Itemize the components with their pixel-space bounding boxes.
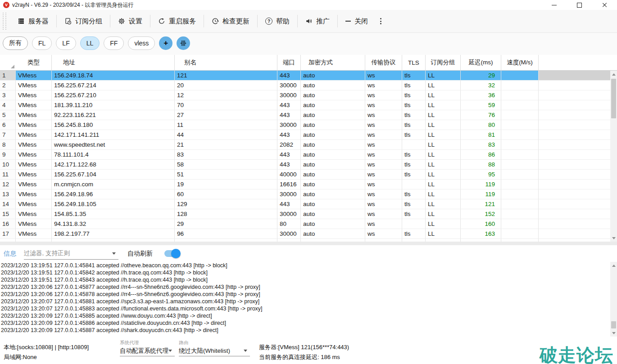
cell-type: VMess: [16, 130, 52, 140]
log-scrollbar-thumb[interactable]: [611, 321, 616, 328]
filter-tab-FL[interactable]: FL: [32, 36, 52, 50]
table-row[interactable]: 2VMess156.225.67.2142030000autowstlsLL32: [0, 81, 610, 90]
column-header-security[interactable]: 加密方式: [301, 55, 365, 70]
column-header-delay[interactable]: 延迟(ms): [461, 55, 501, 70]
maximize-button[interactable]: [567, 0, 592, 10]
cell-tls: tls: [402, 90, 426, 100]
cell-filler: [539, 229, 610, 239]
cell-transport: ws: [365, 209, 402, 219]
system-proxy-dropdown[interactable]: 系统代理 自动配置系统代理: [120, 340, 175, 356]
table-row[interactable]: 13VMess156.249.18.966030000autowstlsLL11…: [0, 189, 610, 199]
table-row[interactable]: 1VMess156.249.18.74121443autowstlsLL29: [0, 71, 610, 81]
column-header-transport[interactable]: 传输协议: [365, 55, 402, 70]
close-button[interactable]: [592, 0, 617, 10]
cell-delay: 32: [461, 81, 501, 90]
table-scrollbar-thumb[interactable]: [611, 79, 616, 118]
restart-service-button[interactable]: 重启服务: [150, 13, 204, 29]
scroll-up-button[interactable]: [610, 71, 617, 78]
cell-tls: [402, 180, 426, 189]
cell-address: 154.85.1.35: [52, 209, 175, 219]
cell-speed: [501, 170, 539, 180]
table-row[interactable]: 14VMess156.249.18.105129443autowstlsLL12…: [0, 199, 610, 209]
close-icon: [602, 2, 607, 8]
scroll-up-button[interactable]: [610, 262, 617, 269]
scroll-down-button[interactable]: [610, 329, 617, 337]
cell-address: 78.111.101.4: [52, 150, 175, 160]
log-scrollbar[interactable]: [610, 262, 617, 337]
log-filter-input[interactable]: 过滤器, 支持正则: [24, 248, 118, 260]
filter-tab-vless[interactable]: vless: [128, 36, 155, 50]
cell-security: auto: [301, 90, 365, 100]
auto-refresh-toggle[interactable]: [164, 250, 180, 257]
cell-transport: ws: [365, 150, 402, 160]
column-header-type[interactable]: 类型: [16, 55, 52, 70]
cell-type: VMess: [16, 90, 52, 100]
column-header-speed[interactable]: 速度(M/s): [501, 55, 539, 70]
column-header-address[interactable]: 地址: [52, 55, 175, 70]
filter-tab-FF[interactable]: FF: [104, 36, 124, 50]
table-row[interactable]: 7VMess142.171.141.21144443autowstlsLL81: [0, 130, 610, 140]
cell-security: auto: [301, 140, 365, 150]
cell-index: 8: [0, 140, 16, 150]
column-header-port[interactable]: 端口: [277, 55, 301, 70]
minimize-button[interactable]: [541, 0, 567, 10]
lan-text: 局域网:None: [4, 352, 89, 362]
table-row[interactable]: 3VMess156.225.67.2101230000autowstlsLL36: [0, 90, 610, 100]
table-row[interactable]: 8VMesswww.speedtest.net212082autowsLL83: [0, 140, 610, 150]
filter-tab-LF[interactable]: LF: [56, 36, 76, 50]
cell-transport: ws: [365, 229, 402, 239]
cell-speed: [501, 90, 539, 100]
add-group-button[interactable]: +: [159, 36, 172, 50]
table-row[interactable]: 4VMess181.39.11.21070443autowstlsLL59: [0, 100, 610, 110]
header-corner[interactable]: [0, 55, 16, 70]
sliders-filter-button[interactable]: [177, 36, 190, 50]
more-menu-button[interactable]: [376, 18, 386, 24]
table-row[interactable]: 9VMess78.111.101.483443autowstlsLL86: [0, 150, 610, 160]
settings-label: 设置: [129, 17, 142, 26]
promotion-button[interactable]: 推广: [298, 13, 337, 29]
cell-group: LL: [426, 160, 461, 170]
log-output[interactable]: 2023/12/20 13:19:51 127.0.0.1:45841 acce…: [0, 262, 607, 337]
scroll-down-button[interactable]: [610, 234, 617, 242]
cell-security: auto: [301, 71, 365, 81]
table-row[interactable]: 16VMess94.131.8.322980autowsLL160: [0, 219, 610, 229]
routing-dropdown[interactable]: 路由 绕过大陆(Whitelist): [179, 340, 250, 356]
toolbar-grip[interactable]: [3, 13, 6, 30]
table-row[interactable]: 11VMess156.225.67.1045140000autowstlsLL9…: [0, 170, 610, 180]
cell-speed: [501, 110, 539, 120]
table-scrollbar[interactable]: [610, 71, 617, 242]
exit-button[interactable]: 关闭: [338, 13, 376, 29]
subscription-group-button[interactable]: 订阅分组: [57, 13, 110, 29]
cell-delay: 83: [461, 140, 501, 150]
cell-tls: tls: [402, 229, 426, 239]
info-label[interactable]: 信息: [4, 250, 16, 258]
table-row[interactable]: 17VMess198.2.197.779630000autowstlsLL163: [0, 229, 610, 239]
table-header: 类型 地址 别名 端口 加密方式 传输协议 TLS 订阅分组 延迟(ms) 速度…: [0, 55, 617, 71]
column-header-alias[interactable]: 别名: [175, 55, 277, 70]
cell-security: auto: [301, 219, 365, 229]
cell-transport: ws: [365, 180, 402, 189]
table-row[interactable]: 10VMess142.171.122.6858443autowstlsLL88: [0, 160, 610, 170]
log-line: 2023/12/20 13:20:06 127.0.0.1:45877 acce…: [0, 283, 607, 291]
cell-transport: ws: [365, 100, 402, 110]
servers-menu-button[interactable]: 服务器: [10, 13, 56, 29]
server-table: 类型 地址 别名 端口 加密方式 传输协议 TLS 订阅分组 延迟(ms) 速度…: [0, 55, 617, 242]
table-row[interactable]: 5VMess92.223.116.22127443autowstlsLL76: [0, 110, 610, 120]
filter-tab-LL[interactable]: LL: [80, 36, 100, 50]
settings-button[interactable]: 设置: [110, 13, 150, 29]
filter-tab-所有[interactable]: 所有: [3, 36, 28, 50]
help-button[interactable]: ? 帮助: [258, 13, 297, 29]
column-header-group[interactable]: 订阅分组: [426, 55, 461, 70]
check-update-button[interactable]: 检查更新: [204, 13, 257, 29]
plus-icon: +: [163, 39, 168, 47]
table-row[interactable]: 15VMess154.85.1.3512830000autowstlsLL152: [0, 209, 610, 219]
cell-filler: [539, 81, 610, 90]
cell-tls: tls: [402, 120, 426, 130]
table-row[interactable]: 12VMessm.cnmjcn.com1916616autowsLL119: [0, 180, 610, 189]
cell-speed: [501, 120, 539, 130]
column-header-tls[interactable]: TLS: [402, 55, 426, 70]
window-controls: [541, 0, 617, 10]
cell-speed: [501, 180, 539, 189]
table-row[interactable]: 6VMess156.245.8.1801130000autowstlsLL80: [0, 120, 610, 130]
v2rayn-window: V v2rayN - V6.29 - 2023/09/24 - 以非管理员身份运…: [0, 0, 617, 364]
